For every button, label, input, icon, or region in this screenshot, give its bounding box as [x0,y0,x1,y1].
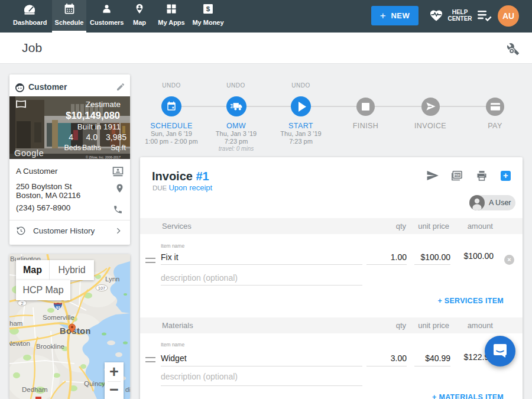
svg-text:di: di [125,386,130,393]
svg-text:PDF: PDF [454,173,460,177]
svg-text:Beds: Beds [64,144,82,152]
svg-text:Lynn: Lynn [105,275,120,283]
svg-text:Sq.ft: Sq.ft [111,144,126,152]
svg-text:Baths: Baths [82,144,101,152]
svg-text:Built in 1911: Built in 1911 [77,122,121,131]
svg-text:107: 107 [98,286,106,291]
svg-text:4.0: 4.0 [86,132,98,142]
svg-text:Google: Google [14,148,44,158]
svg-text:4: 4 [69,132,73,142]
svg-text:93: 93 [56,306,60,310]
svg-text:© Zillow, Inc. 2006-2017: © Zillow, Inc. 2006-2017 [86,155,121,159]
svg-text:$10,149,080: $10,149,080 [66,110,120,121]
svg-text:Quincy: Quincy [84,380,105,387]
svg-text:$: $ [206,5,210,12]
svg-text:Somerville: Somerville [43,314,74,321]
svg-text:3,985: 3,985 [106,132,126,142]
svg-text:Dedham: Dedham [22,386,47,393]
svg-text:ham: ham [9,320,22,327]
svg-text:2: 2 [21,301,23,306]
svg-text:Brookline: Brookline [36,343,64,350]
svg-text:Newton: Newton [9,340,30,347]
svg-text:Zestimate: Zestimate [86,100,121,109]
